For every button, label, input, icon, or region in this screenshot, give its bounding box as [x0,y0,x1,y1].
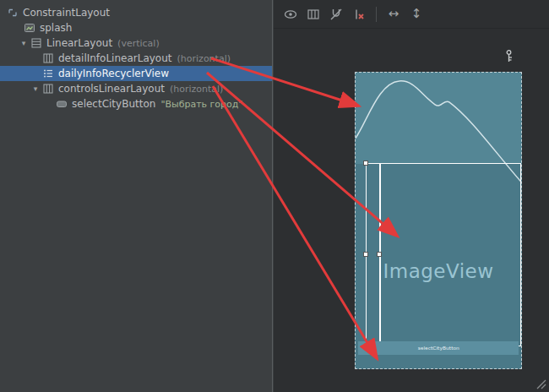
constraint-layout-icon [7,7,19,19]
tree-row-label: selectCityButton [72,98,155,110]
tree-row-label: dailyInfoRecyclerView [58,68,169,79]
imageview-placeholder-label[interactable]: ImageView [356,260,521,282]
horizontal-expand-button[interactable]: ↔ [383,4,404,24]
vertical-arrows-icon: ↕ [411,8,422,20]
device-preview[interactable]: ImageView selectCityButton [355,72,522,369]
selection-handle[interactable] [363,161,368,166]
tree-row-annotation: (horizontal) [170,84,223,95]
tree-row-controlslinearlayout[interactable]: ▾ controlsLinearLayout (horizontal) [0,81,272,96]
layout-editor-window: ConstraintLayout splash ▾ LinearLayout (… [0,0,549,392]
image-icon [24,22,35,34]
clear-constraints-icon [351,7,367,22]
tree-row-label: detailInfoLinearLayout [58,52,172,64]
toolbar-separator [376,7,377,22]
component-tree-panel: ConstraintLayout splash ▾ LinearLayout (… [0,0,273,392]
detail-info-header[interactable] [356,73,521,164]
select-city-button-widget-label: selectCityButton [417,346,459,351]
chevron-down-icon[interactable]: ▾ [30,84,41,93]
selection-handle[interactable] [363,252,368,257]
view-options-button[interactable] [280,4,301,24]
device-config-icon[interactable] [503,49,514,63]
tree-row-detailinfolinearlayout[interactable]: detailInfoLinearLayout (horizontal) [0,51,272,66]
select-city-button-widget[interactable]: selectCityButton [358,341,519,355]
tree-row-selectcitybutton[interactable]: selectCityButton "Выбрать город" [0,96,272,112]
columns-icon [306,7,321,22]
tree-row-annotation: (horizontal) [177,53,231,64]
vertical-expand-button[interactable]: ↕ [406,4,427,24]
tree-row-dailyinforecyclerview[interactable]: dailyInfoRecyclerView [0,66,272,81]
linear-layout-horizontal-icon [42,83,54,95]
tree-row-linearlayout[interactable]: ▾ LinearLayout (vertical) [0,35,272,51]
clear-constraints-button[interactable] [349,4,369,24]
chevron-down-icon[interactable]: ▾ [19,39,29,47]
horizontal-arrows-icon: ↔ [389,8,400,20]
selection-rectangle[interactable] [366,163,521,346]
tree-row-label: ConstraintLayout [23,7,110,19]
design-toolbar: ↔ ↕ [274,0,549,29]
magnet-off-icon [329,7,344,22]
tree-row-label: splash [40,22,72,34]
selection-handle[interactable] [377,252,382,257]
recycler-view-list-icon [42,68,54,79]
autoconnect-toggle-button[interactable] [326,4,346,24]
tree-row-annotation: (vertical) [117,38,160,49]
tree-row-label: controlsLinearLayout [58,83,165,95]
design-canvas[interactable]: ImageView selectCityButton [274,29,549,392]
button-icon [56,98,68,110]
tree-row-label: LinearLayout [46,37,112,49]
tree-row-splash[interactable]: splash [0,20,272,35]
design-surface-panel: ↔ ↕ [274,0,549,392]
eye-icon [283,7,298,22]
tree-row-constraintlayout[interactable]: ConstraintLayout [0,5,272,20]
tree-row-text-value: "Выбрать город" [160,99,242,110]
resize-handle[interactable] [535,378,546,389]
linear-layout-vertical-icon [30,37,42,49]
linear-layout-horizontal-icon [42,52,54,64]
select-design-surface-button[interactable] [303,4,323,24]
